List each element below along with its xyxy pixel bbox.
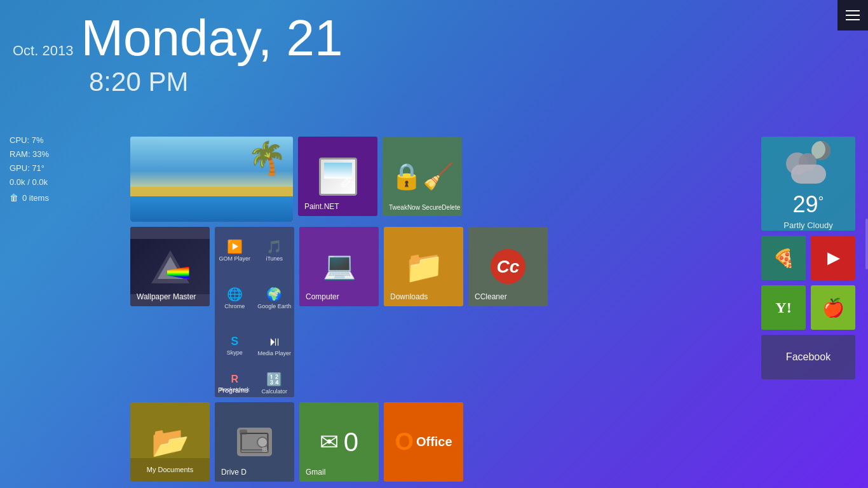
skype-icon: S bbox=[231, 335, 238, 348]
calculator-label: Calculator bbox=[261, 388, 287, 395]
earth-icon: 🌍 bbox=[266, 287, 282, 302]
computer-tile[interactable]: 💻 Computer bbox=[299, 227, 379, 306]
gpu-stat: GPU: 71° bbox=[10, 161, 49, 175]
youtube-icon: ▶ bbox=[827, 249, 839, 267]
ccleaner-label: CCleaner bbox=[475, 292, 507, 301]
gmail-tile[interactable]: ✉ 0 Gmail bbox=[299, 402, 379, 482]
date-day: Monday, 21 bbox=[81, 13, 342, 64]
google-earth-app[interactable]: 🌍 Google Earth bbox=[255, 284, 295, 312]
skype-label: Skype bbox=[227, 349, 243, 356]
gmail-label: Gmail bbox=[306, 468, 325, 477]
tweaknow-label: TweakNow SecureDelete bbox=[389, 204, 460, 211]
time-display: 8:20 PM bbox=[89, 67, 343, 97]
trash-count: 0 items bbox=[22, 191, 49, 205]
temp-unit: ° bbox=[818, 194, 824, 210]
itunes-label: iTunes bbox=[266, 255, 283, 262]
media-player-app[interactable]: ⏯ Media Player bbox=[255, 332, 295, 359]
mediaplayer-label: Media Player bbox=[257, 350, 291, 356]
date-month: Oct. 2013 bbox=[13, 43, 73, 59]
gom-label: GOM Player bbox=[219, 255, 250, 262]
paintnet-tile[interactable]: ✏ Paint.NET bbox=[298, 137, 377, 216]
trash-stat: 🗑 0 items bbox=[10, 191, 49, 206]
facebook-label: Facebook bbox=[786, 351, 831, 363]
weather-tile[interactable]: 29 ° Partly Cloudy bbox=[761, 137, 855, 231]
tweaknow-tile[interactable]: 🔒🧹 TweakNow SecureDelete bbox=[383, 137, 462, 216]
rocketdock-icon: R bbox=[231, 374, 238, 385]
tiles-grid: 🌴 ✏ Paint.NET 🔒🧹 TweakNow SecureDelete bbox=[130, 137, 548, 482]
tiles-row-3: 📂 My Documents ⊞ Drive D ✉ 0 bbox=[130, 402, 548, 482]
weather-description: Partly Cloudy bbox=[783, 220, 832, 230]
beach-photo-tile[interactable]: 🌴 bbox=[130, 137, 293, 222]
office-tile[interactable]: O Office bbox=[384, 402, 463, 482]
yahoo-icon: Y! bbox=[775, 299, 791, 316]
paintnet-label: Paint.NET bbox=[304, 202, 339, 211]
beach-water bbox=[130, 196, 293, 222]
right-icon-grid: 🍕 ▶ Y! 🍎 bbox=[761, 236, 855, 330]
laptop-icon: 💻 bbox=[323, 250, 356, 281]
programs-label: Programs bbox=[218, 386, 248, 394]
youtube-tile[interactable]: ▶ bbox=[811, 236, 855, 280]
drived-label: Drive D bbox=[221, 468, 247, 477]
chrome-icon: 🌐 bbox=[227, 287, 243, 302]
itunes-icon: 🎵 bbox=[266, 239, 282, 254]
gmail-count: 0 bbox=[344, 427, 358, 458]
apple-icon: 🍎 bbox=[822, 297, 844, 318]
weather-icon bbox=[783, 138, 834, 189]
facebook-tile[interactable]: Facebook bbox=[761, 335, 855, 379]
brush-icon: ✏ bbox=[335, 170, 357, 194]
computer-label: Computer bbox=[306, 292, 339, 301]
downloads-tile[interactable]: 📁 Downloads bbox=[384, 227, 463, 306]
cloud-base bbox=[791, 165, 826, 184]
mydocs-tile[interactable]: 📂 My Documents bbox=[130, 402, 210, 482]
right-panel: 29 ° Partly Cloudy 🍕 ▶ Y! 🍎 Facebook bbox=[761, 137, 855, 379]
hamburger-menu[interactable] bbox=[837, 0, 868, 30]
skype-app[interactable]: S Skype bbox=[215, 332, 255, 358]
trash-icon: 🗑 bbox=[10, 191, 18, 206]
temperature: 29 bbox=[793, 191, 818, 218]
palm-icon: 🌴 bbox=[247, 140, 287, 177]
ram-stat: RAM: 33% bbox=[10, 147, 49, 161]
pizza-tile[interactable]: 🍕 bbox=[761, 236, 806, 280]
earth-label: Google Earth bbox=[257, 303, 291, 309]
calculator-app[interactable]: 🔢 Calculator bbox=[255, 369, 295, 397]
programs-tile[interactable]: ▶️ GOM Player 🎵 iTunes 🌐 Chrome 🌍 Google… bbox=[215, 227, 294, 397]
wallpaper-master-tile[interactable]: Wallpaper Master bbox=[130, 227, 210, 306]
office-label-text: Office bbox=[416, 435, 452, 449]
paintnet-icon: ✏ bbox=[319, 158, 357, 196]
downloads-label: Downloads bbox=[390, 292, 428, 301]
drived-tile[interactable]: ⊞ Drive D bbox=[215, 402, 294, 482]
envelope-icon: ✉ bbox=[320, 429, 339, 456]
ccleaner-icon: Cc bbox=[491, 249, 526, 284]
chrome-label: Chrome bbox=[224, 303, 245, 309]
mediaplayer-icon: ⏯ bbox=[268, 334, 281, 349]
folder-icon: 📁 bbox=[404, 248, 444, 285]
office-logo-icon: O bbox=[395, 428, 414, 456]
broom-lock-icon: 🔒🧹 bbox=[391, 161, 454, 191]
ccleaner-tile[interactable]: Cc CCleaner bbox=[468, 227, 548, 306]
gom-icon: ▶️ bbox=[227, 239, 243, 254]
docs-icon: 📂 bbox=[151, 424, 189, 460]
yahoo-tile[interactable]: Y! bbox=[761, 285, 806, 330]
network-stat: 0.0k / 0.0k bbox=[10, 175, 49, 189]
hdd-icon: ⊞ bbox=[237, 428, 272, 456]
mydocs-label: My Documents bbox=[147, 466, 193, 473]
system-stats: CPU: 7% RAM: 33% GPU: 71° 0.0k / 0.0k 🗑 … bbox=[10, 133, 49, 206]
tiles-row-2: Wallpaper Master ▶️ GOM Player 🎵 iTunes … bbox=[130, 227, 548, 397]
cpu-stat: CPU: 7% bbox=[10, 133, 49, 147]
calculator-icon: 🔢 bbox=[266, 372, 282, 387]
apple-tile[interactable]: 🍎 bbox=[811, 285, 855, 330]
scroll-indicator bbox=[865, 219, 868, 269]
datetime-display: Oct. 2013 Monday, 21 8:20 PM bbox=[13, 13, 343, 97]
wallpaper-label: Wallpaper Master bbox=[137, 292, 196, 301]
gom-player-app[interactable]: ▶️ GOM Player bbox=[215, 236, 255, 264]
pizza-icon: 🍕 bbox=[773, 248, 795, 269]
itunes-app[interactable]: 🎵 iTunes bbox=[255, 236, 295, 264]
chrome-app[interactable]: 🌐 Chrome bbox=[215, 284, 255, 312]
tiles-row-1: 🌴 ✏ Paint.NET 🔒🧹 TweakNow SecureDelete bbox=[130, 137, 548, 222]
